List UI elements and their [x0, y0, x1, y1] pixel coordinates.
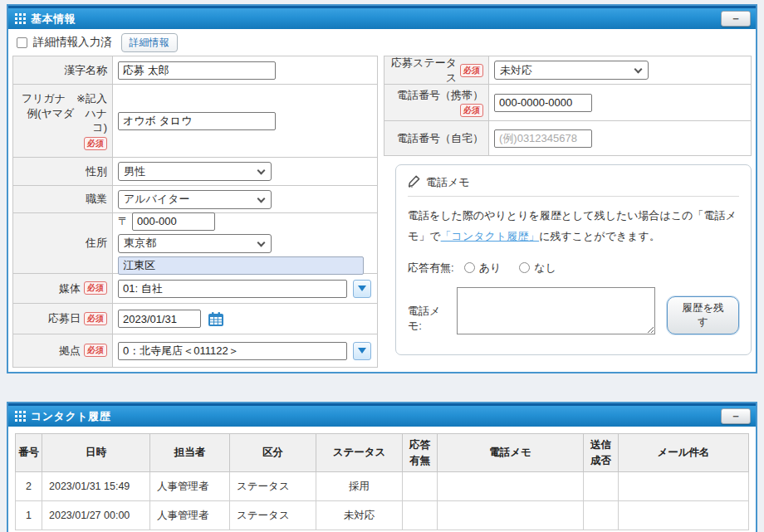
- response-no-radio[interactable]: [519, 262, 530, 273]
- response-yes-radio[interactable]: [464, 262, 475, 273]
- column-header: 応答有無: [403, 434, 438, 472]
- phone-home-label: 電話番号（自宅）: [384, 121, 489, 155]
- table-row: 22023/01/31 15:49人事管理者ステータス採用: [16, 472, 749, 501]
- media-row: 媒体 必須: [13, 274, 377, 304]
- memo-input-row: 電話メモ: 履歴を残す: [408, 287, 739, 334]
- phone-memo-textarea[interactable]: [457, 287, 655, 334]
- detail-entered-label: 詳細情報入力済: [33, 35, 112, 50]
- media-dropdown-button[interactable]: [353, 280, 371, 298]
- phone-memo-field-label: 電話メモ:: [408, 304, 452, 334]
- prefecture-select[interactable]: 東京都: [118, 234, 272, 253]
- chevron-down-icon: [634, 66, 643, 74]
- column-header: 送信成否: [584, 434, 619, 472]
- table-row: 12023/01/27 00:00人事管理者ステータス未対応: [16, 501, 749, 530]
- contact-history-link[interactable]: 「コンタクト履歴」: [441, 230, 540, 242]
- apply-date-input[interactable]: [118, 310, 201, 328]
- basic-info-form: 漢字名称 フリガナ ※記入例(ヤマダ ハナコ) 必須: [8, 56, 756, 372]
- phone-memo-box: 電話メモ 電話をした際のやりとりを履歴として残したい場合はこの「電話メモ」で「コ…: [395, 164, 752, 355]
- occupation-label: 職業: [13, 186, 113, 212]
- postal-code-input[interactable]: [132, 212, 215, 231]
- kanji-name-input[interactable]: [118, 61, 276, 80]
- column-header: 担当者: [150, 434, 230, 472]
- right-form-table: 応募ステータス 必須 未対応: [384, 56, 752, 156]
- contact-history-tbody: 22023/01/31 15:49人事管理者ステータス採用12023/01/27…: [16, 472, 749, 530]
- apply-status-label: 応募ステータス: [388, 56, 457, 85]
- apply-status-select[interactable]: 未対応: [494, 61, 649, 80]
- chevron-down-icon: [257, 194, 266, 203]
- phone-mobile-label: 電話番号（携帯）: [397, 88, 483, 103]
- branch-dropdown-button[interactable]: [353, 342, 371, 360]
- contact-history-body: 番号日時担当者区分ステータス応答有無電話メモ送信成否メール件名 22023/01…: [8, 427, 756, 532]
- panel-gap: [7, 373, 757, 402]
- caret-down-icon: [358, 348, 366, 354]
- postal-mark: 〒: [118, 214, 129, 229]
- phone-home-row: 電話番号（自宅）: [384, 121, 751, 156]
- phone-home-input[interactable]: [494, 129, 592, 148]
- grid-icon: [15, 13, 26, 24]
- calendar-icon[interactable]: [208, 311, 224, 327]
- gender-select[interactable]: 男性: [118, 162, 272, 181]
- furigana-input[interactable]: [118, 112, 276, 130]
- contact-history-header-row: 番号日時担当者区分ステータス応答有無電話メモ送信成否メール件名: [16, 434, 749, 472]
- column-header: メール件名: [619, 434, 749, 472]
- detail-entered-row: 詳細情報入力済 詳細情報: [8, 29, 756, 56]
- kanji-name-label: 漢字名称: [13, 56, 113, 84]
- address-label: 住所: [13, 213, 113, 273]
- column-header: 電話メモ: [438, 434, 584, 472]
- contact-history-header: コンタクト履歴 −: [8, 403, 756, 427]
- gender-label: 性別: [13, 158, 113, 185]
- branch-input[interactable]: [118, 342, 347, 360]
- pencil-icon: [408, 175, 420, 190]
- apply-date-label: 応募日: [48, 311, 81, 326]
- apply-status-row: 応募ステータス 必須 未対応: [384, 56, 751, 85]
- page: 基本情報 − 詳細情報入力済 詳細情報 漢字名称: [0, 0, 764, 532]
- contact-history-panel: コンタクト履歴 − 番号日時担当者区分ステータス応答有無電話メモ送信成否メール件…: [7, 402, 757, 532]
- phone-mobile-row: 電話番号（携帯） 必須: [384, 85, 751, 121]
- caret-down-icon: [358, 286, 366, 291]
- branch-row: 拠点 必須: [13, 334, 377, 368]
- required-badge: 必須: [84, 344, 107, 357]
- contact-history-title: コンタクト履歴: [31, 409, 110, 424]
- apply-date-row: 応募日 必須: [13, 304, 377, 334]
- response-no-label: なし: [534, 261, 556, 276]
- response-yes-label: あり: [479, 261, 502, 276]
- occupation-select[interactable]: アルバイター: [118, 190, 272, 209]
- required-badge: 必須: [460, 104, 483, 117]
- basic-info-title: 基本情報: [31, 12, 76, 27]
- chevron-down-icon: [257, 238, 266, 246]
- minimize-button[interactable]: −: [721, 408, 751, 424]
- furigana-row: フリガナ ※記入例(ヤマダ ハナコ) 必須: [13, 85, 377, 158]
- required-badge: 必須: [460, 64, 483, 77]
- city-input[interactable]: [118, 256, 364, 275]
- right-form-column: 応募ステータス 必須 未対応: [384, 56, 752, 355]
- detail-info-button[interactable]: 詳細情報: [121, 33, 178, 52]
- phone-mobile-input[interactable]: [494, 94, 592, 112]
- furigana-label: フリガナ ※記入例(ヤマダ ハナコ): [17, 91, 107, 135]
- left-form-table: 漢字名称 フリガナ ※記入例(ヤマダ ハナコ) 必須: [12, 56, 378, 368]
- address-row: 住所 〒 東京都: [13, 213, 377, 274]
- basic-info-header: 基本情報 −: [8, 6, 756, 29]
- phone-memo-title: 電話メモ: [426, 175, 470, 190]
- column-header: 日時: [42, 434, 150, 472]
- kanji-name-row: 漢字名称: [13, 56, 377, 85]
- response-row: 応答有無: あり なし: [408, 261, 739, 276]
- contact-history-table: 番号日時担当者区分ステータス応答有無電話メモ送信成否メール件名 22023/01…: [15, 433, 749, 530]
- phone-memo-description: 電話をした際のやりとりを履歴として残したい場合はこの「電話メモ」で「コンタクト履…: [408, 205, 739, 247]
- branch-label: 拠点: [59, 344, 81, 359]
- media-input[interactable]: [118, 280, 347, 298]
- media-label: 媒体: [59, 281, 81, 296]
- chevron-down-icon: [257, 167, 266, 175]
- minimize-button[interactable]: −: [721, 11, 751, 27]
- required-badge: 必須: [84, 312, 107, 325]
- save-history-button[interactable]: 履歴を残す: [667, 296, 739, 334]
- basic-info-panel: 基本情報 − 詳細情報入力済 詳細情報 漢字名称: [7, 4, 757, 373]
- detail-entered-checkbox[interactable]: [17, 37, 27, 48]
- required-badge: 必須: [84, 137, 107, 150]
- grid-icon: [15, 411, 26, 422]
- gender-row: 性別 男性: [13, 158, 377, 186]
- response-label: 応答有無:: [408, 261, 454, 276]
- column-header: 区分: [230, 434, 316, 472]
- column-header: ステータス: [316, 434, 403, 472]
- column-header: 番号: [16, 434, 42, 472]
- required-badge: 必須: [84, 281, 107, 295]
